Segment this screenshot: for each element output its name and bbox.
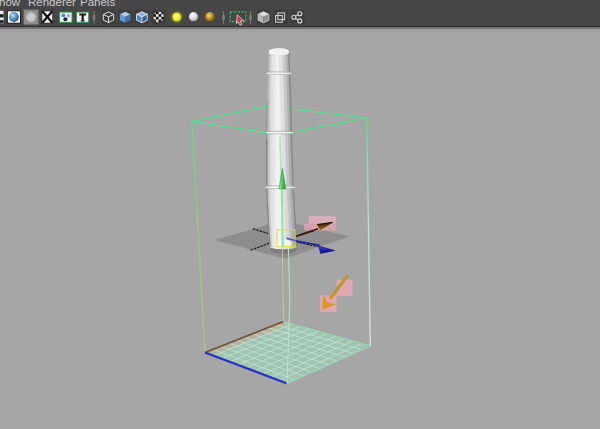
svg-text:Panels: Panels — [80, 0, 115, 8]
svg-text:Renderer: Renderer — [28, 0, 76, 8]
svg-text:Show: Show — [0, 0, 21, 8]
